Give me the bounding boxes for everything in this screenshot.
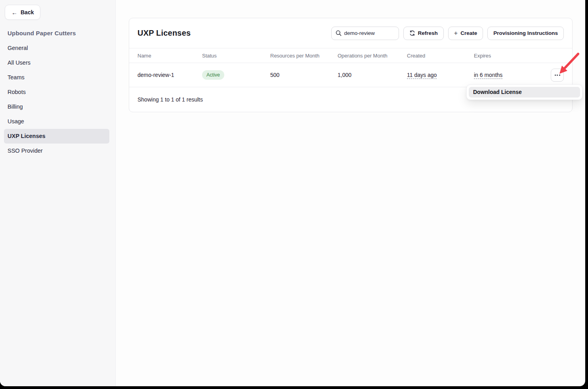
refresh-button-label: Refresh bbox=[418, 30, 438, 36]
back-arrow-icon: ← bbox=[11, 10, 17, 15]
column-header-status: Status bbox=[202, 53, 270, 59]
menu-item-download-license[interactable]: Download License bbox=[469, 87, 580, 98]
status-badge: Active bbox=[202, 70, 224, 80]
app-window: ← Back Upbound Paper Cutters General All… bbox=[0, 0, 585, 386]
search-icon bbox=[336, 30, 342, 36]
ellipsis-icon bbox=[555, 75, 556, 76]
provisioning-instructions-label: Provisioning Instructions bbox=[493, 30, 558, 36]
main-content: UXP Licenses bbox=[116, 0, 585, 386]
card-header: UXP Licenses bbox=[129, 18, 572, 48]
sidebar-item-robots[interactable]: Robots bbox=[4, 85, 109, 100]
column-header-name: Name bbox=[137, 53, 202, 59]
column-header-operations: Operations per Month bbox=[338, 53, 407, 59]
sidebar-item-teams[interactable]: Teams bbox=[4, 70, 109, 85]
settings-sidebar: ← Back Upbound Paper Cutters General All… bbox=[0, 0, 116, 386]
org-name: Upbound Paper Cutters bbox=[8, 30, 76, 36]
sidebar-item-uxp-licenses[interactable]: UXP Licenses bbox=[4, 129, 109, 144]
search-box bbox=[331, 27, 399, 40]
resources-per-month-value: 500 bbox=[270, 72, 338, 78]
column-header-resources: Resources per Month bbox=[270, 53, 338, 59]
sidebar-nav: General All Users Teams Robots Billing U… bbox=[4, 41, 109, 158]
search-input[interactable] bbox=[344, 30, 395, 36]
expires-value[interactable]: in 6 months bbox=[474, 72, 502, 78]
column-header-created: Created bbox=[407, 53, 474, 59]
column-header-expires: Expires bbox=[474, 53, 547, 59]
create-button[interactable]: + Create bbox=[448, 27, 483, 40]
provisioning-instructions-button[interactable]: Provisioning Instructions bbox=[487, 27, 564, 40]
page-title: UXP Licenses bbox=[137, 29, 191, 38]
row-actions-menu: Download License bbox=[466, 84, 582, 100]
license-name: demo-review-1 bbox=[137, 72, 202, 78]
created-value[interactable]: 11 days ago bbox=[407, 72, 437, 78]
row-actions-button[interactable] bbox=[551, 69, 564, 82]
sidebar-item-general[interactable]: General bbox=[4, 41, 109, 56]
refresh-button[interactable]: Refresh bbox=[403, 27, 444, 40]
table-header-row: Name Status Resources per Month Operatio… bbox=[129, 48, 572, 63]
refresh-icon bbox=[409, 30, 415, 36]
sidebar-item-billing[interactable]: Billing bbox=[4, 100, 109, 114]
operations-per-month-value: 1,000 bbox=[338, 72, 407, 78]
back-button[interactable]: ← Back bbox=[5, 5, 40, 20]
table-row: demo-review-1 Active 500 1,000 11 days a… bbox=[129, 63, 572, 87]
sidebar-item-usage[interactable]: Usage bbox=[4, 114, 109, 129]
results-count-text: Showing 1 to 1 of 1 results bbox=[137, 96, 203, 103]
back-button-label: Back bbox=[21, 9, 34, 15]
plus-icon: + bbox=[454, 30, 458, 36]
sidebar-item-sso-provider[interactable]: SSO Provider bbox=[4, 144, 109, 158]
sidebar-item-all-users[interactable]: All Users bbox=[4, 56, 109, 70]
create-button-label: Create bbox=[460, 30, 477, 36]
toolbar: Refresh + Create Provisioning Instructio… bbox=[331, 27, 564, 40]
